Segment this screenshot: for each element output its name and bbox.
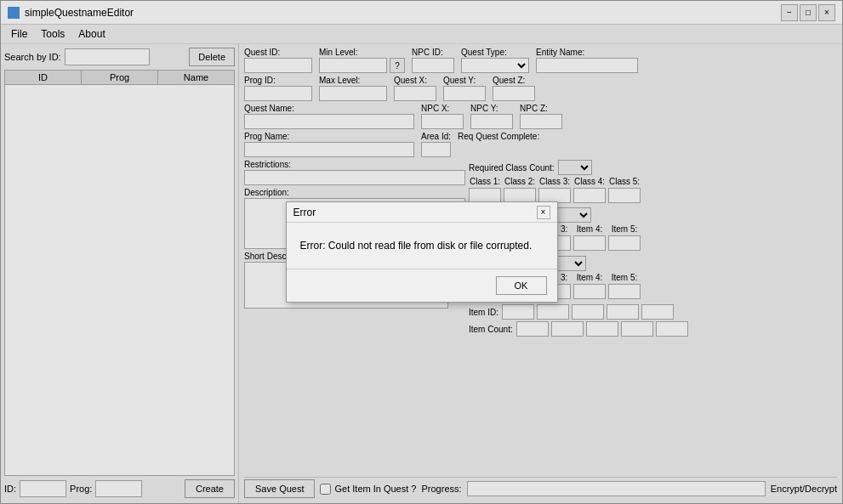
modal-overlay: Error × Error: Could not read file from … bbox=[0, 0, 843, 504]
modal-title-bar: Error × bbox=[287, 202, 557, 223]
modal-footer: OK bbox=[287, 269, 557, 302]
ok-button[interactable]: OK bbox=[496, 276, 547, 295]
error-modal: Error × Error: Could not read file from … bbox=[286, 201, 558, 303]
modal-title: Error bbox=[293, 207, 316, 218]
modal-close-button[interactable]: × bbox=[537, 206, 550, 219]
modal-message: Error: Could not read file from disk or … bbox=[300, 240, 533, 252]
modal-body: Error: Could not read file from disk or … bbox=[287, 223, 557, 269]
